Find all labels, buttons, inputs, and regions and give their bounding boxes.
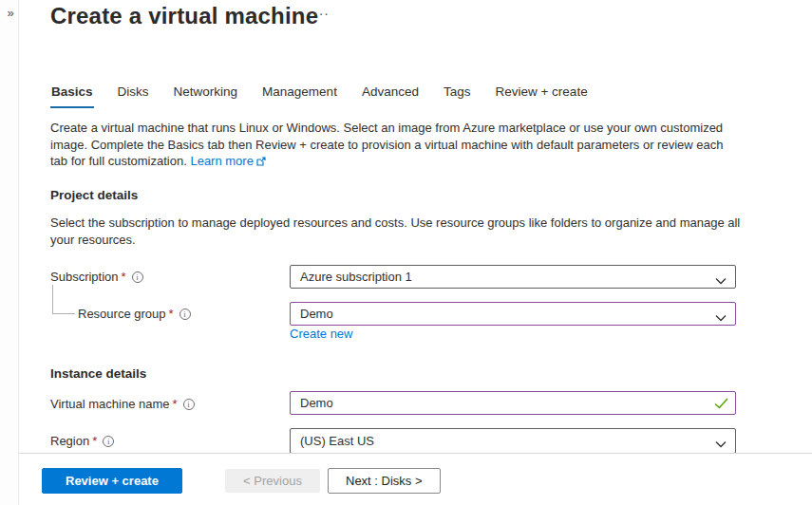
required-asterisk: * <box>122 270 126 284</box>
resource-group-dropdown[interactable]: Demo <box>290 302 736 326</box>
tab-disks[interactable]: Disks <box>117 83 150 108</box>
info-icon[interactable] <box>183 399 195 410</box>
chevron-down-icon <box>715 310 727 325</box>
info-icon[interactable] <box>103 436 114 447</box>
tab-basics[interactable]: Basics <box>50 83 94 108</box>
region-label: Region* <box>50 434 114 448</box>
learn-more-link[interactable]: Learn more <box>190 154 265 168</box>
subscription-value: Azure subscription 1 <box>300 270 412 284</box>
blade-description-text: Create a virtual machine that runs Linux… <box>50 121 724 168</box>
project-details-description: Select the subscription to manage deploy… <box>50 215 744 248</box>
resource-group-value: Demo <box>300 307 333 321</box>
project-details-heading: Project details <box>50 188 138 202</box>
subscription-dropdown[interactable]: Azure subscription 1 <box>290 265 736 289</box>
tab-review-create[interactable]: Review + create <box>494 83 588 108</box>
create-new-resource-group-link[interactable]: Create new <box>290 327 352 341</box>
subscription-label: Subscription* <box>50 270 143 284</box>
expand-sidebar-icon[interactable]: » <box>3 6 18 21</box>
chevron-down-icon <box>715 273 727 288</box>
next-disks-button[interactable]: Next : Disks > <box>328 468 441 494</box>
collapsed-sidebar-rail: » <box>0 0 19 505</box>
wizard-footer: Review + create < Previous Next : Disks … <box>19 453 812 505</box>
more-options-icon[interactable]: ··· <box>313 6 330 21</box>
previous-button[interactable]: < Previous <box>225 469 320 493</box>
region-value: (US) East US <box>300 434 374 448</box>
instance-details-heading: Instance details <box>50 366 146 381</box>
review-create-button[interactable]: Review + create <box>42 468 182 494</box>
create-vm-blade: » Create a virtual machine ··· Basics Di… <box>0 0 812 505</box>
required-asterisk: * <box>173 397 178 411</box>
field-tree-connector <box>52 285 75 314</box>
tab-tags[interactable]: Tags <box>443 83 472 108</box>
vm-name-input[interactable] <box>290 391 736 415</box>
tab-networking[interactable]: Networking <box>173 83 239 108</box>
valid-check-icon <box>714 396 728 413</box>
page-title: Create a virtual machine <box>50 3 318 29</box>
vm-name-label: Virtual machine name* <box>50 397 195 411</box>
info-icon[interactable] <box>132 271 143 283</box>
region-dropdown[interactable]: (US) East US <box>290 428 736 454</box>
info-icon[interactable] <box>179 309 191 320</box>
blade-description: Create a virtual machine that runs Linux… <box>50 120 742 171</box>
tab-advanced[interactable]: Advanced <box>361 83 420 108</box>
chevron-down-icon <box>715 437 727 451</box>
wizard-tabs: Basics Disks Networking Management Advan… <box>50 83 589 108</box>
required-asterisk: * <box>169 307 174 321</box>
required-asterisk: * <box>92 434 97 448</box>
external-link-icon <box>256 154 266 171</box>
tab-management[interactable]: Management <box>261 83 338 108</box>
resource-group-label: Resource group* <box>78 307 191 321</box>
